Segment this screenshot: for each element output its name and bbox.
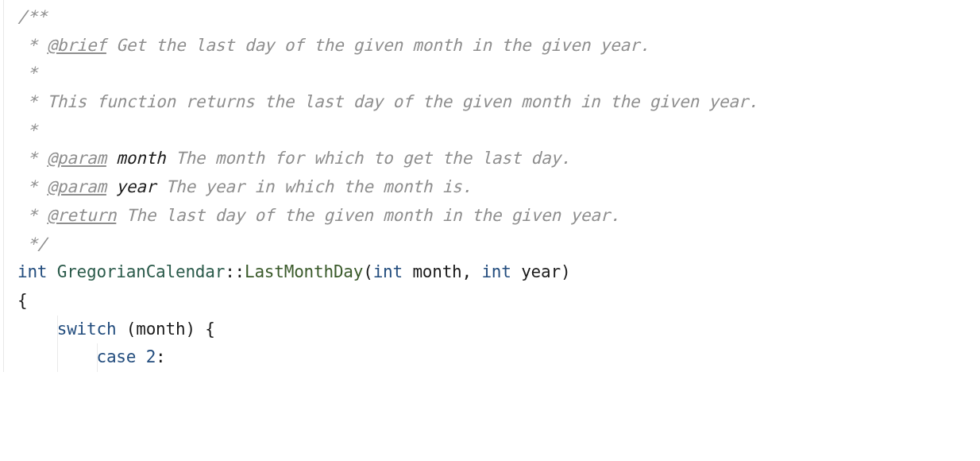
code-line: * [0,117,980,145]
class-name: GregorianCalendar [57,262,225,281]
comment-text: The last day of the given month in the g… [116,206,619,225]
comment-text: Get the last day of the given month in t… [106,36,650,55]
comment-star: * [17,149,47,168]
switch-rest: (month) { [116,320,214,339]
brace-open: { [17,291,27,310]
comma: , [462,262,482,281]
paren-close: ) [561,262,570,281]
paren-open: ( [363,262,372,281]
code-line: * @brief Get the last day of the given m… [0,32,980,60]
code-line: * This function returns the last day of … [0,88,980,117]
comment-text: * [17,64,37,83]
switch-keyword: switch [57,320,117,339]
comment-text: * This function returns the last day of … [17,92,758,111]
comment-text: The year in which the month is. [156,177,472,196]
scope-operator: :: [225,262,245,281]
comment-text: /** [17,7,47,26]
code-line: */ [0,230,980,259]
number-literal: 2 [146,347,156,366]
type-keyword: int [481,262,511,281]
code-line: * @param year The year in which the mont… [0,173,980,202]
code-line: { [0,287,980,316]
code-line: case 2: [0,343,980,372]
comment-text: * [17,121,37,140]
indent-guide [57,343,58,372]
doc-tag-param: @param [47,177,106,196]
doc-tag-brief: @brief [47,36,106,55]
param-var: month [412,262,461,281]
comment-text: */ [17,234,47,254]
comment-star: * [17,177,47,196]
indent [17,320,57,339]
code-line: * @return The last day of the given mont… [0,202,980,230]
colon: : [156,347,165,366]
space [136,347,145,366]
param-name: year [116,177,156,196]
indent-guide [57,316,58,344]
space [47,262,56,281]
doc-tag-return: @return [47,206,116,225]
code-line: * [0,60,980,88]
type-keyword: int [373,262,403,281]
comment-text: The month for which to get the last day. [166,149,571,168]
space [403,262,412,281]
type-keyword: int [17,262,47,281]
code-line: * @param month The month for which to ge… [0,145,980,173]
comment-star: * [17,206,47,225]
doc-tag-param: @param [47,149,106,168]
code-line: int GregorianCalendar::LastMonthDay(int … [0,258,980,287]
indent-guide [97,343,98,372]
code-editor[interactable]: /** * @brief Get the last day of the giv… [0,0,980,372]
code-line: switch (month) { [0,316,980,344]
param-var: year [521,262,561,281]
space [511,262,521,281]
comment-star: * [17,36,47,55]
space [106,149,116,168]
function-name: LastMonthDay [245,262,363,281]
param-name: month [116,149,165,168]
code-line: /** [0,3,980,32]
case-keyword: case [96,347,136,366]
space [106,177,116,196]
